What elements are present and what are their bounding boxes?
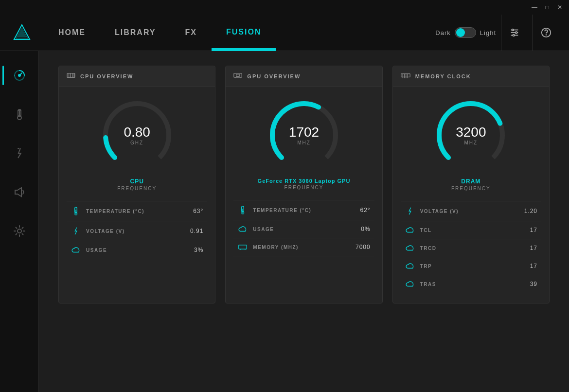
gpu-usage-row: USAGE 0% bbox=[233, 220, 374, 238]
nav-right: Dark Light bbox=[435, 15, 559, 51]
navbar: HOME LIBRARY FX FUSION Dark Light bbox=[0, 15, 569, 51]
toggle-track[interactable] bbox=[455, 27, 476, 38]
light-label: Light bbox=[480, 29, 496, 36]
memory-tras-row: tRAS 39 bbox=[401, 275, 541, 293]
memory-tcl-icon bbox=[405, 227, 415, 233]
gpu-thermometer-icon bbox=[237, 206, 248, 214]
bolt-icon bbox=[71, 227, 81, 235]
cpu-stats: TEMPERATURE (°C) 63° VOLTAGE (V) 0.91 bbox=[67, 201, 207, 259]
cpu-card-body: 0.80 GHZ CPU FREQUENCY bbox=[59, 87, 215, 269]
memory-trcd-label: tRCD bbox=[420, 246, 530, 251]
memory-gauge: 3200 MHZ bbox=[432, 96, 510, 174]
cpu-usage-label: USAGE bbox=[86, 248, 194, 253]
gpu-stats: TEMPERATURE (°C) 62° USAGE 0% bbox=[233, 200, 374, 256]
nav-home[interactable]: HOME bbox=[44, 15, 100, 51]
gpu-memory-value: 7000 bbox=[356, 244, 371, 250]
sidebar bbox=[0, 51, 39, 392]
memory-gauge-center: 3200 MHZ bbox=[456, 125, 486, 145]
cpu-gauge: 0.80 GHZ bbox=[98, 96, 176, 174]
cpu-temp-row: TEMPERATURE (°C) 63° bbox=[67, 201, 207, 221]
sidebar-item-lighting[interactable] bbox=[5, 216, 34, 246]
gpu-memory-icon bbox=[237, 244, 248, 250]
sidebar-item-performance[interactable] bbox=[5, 61, 34, 90]
toggle-knob bbox=[456, 28, 465, 37]
memory-trcd-row: tRCD 17 bbox=[401, 239, 541, 257]
cloud-icon bbox=[71, 247, 81, 253]
cpu-voltage-label: VOLTAGE (V) bbox=[86, 229, 190, 234]
settings-button[interactable] bbox=[501, 15, 528, 51]
memory-gauge-unit: MHZ bbox=[456, 140, 486, 145]
maximize-button[interactable]: □ bbox=[543, 3, 551, 12]
nav-links: HOME LIBRARY FX FUSION bbox=[44, 15, 435, 51]
svg-rect-38 bbox=[236, 74, 240, 77]
help-button[interactable] bbox=[533, 15, 559, 51]
app-logo bbox=[10, 20, 34, 45]
titlebar: — □ ✕ bbox=[0, 0, 569, 15]
thermometer-icon bbox=[71, 207, 81, 215]
svg-line-22 bbox=[22, 234, 23, 235]
memory-trp-row: tRP 17 bbox=[401, 257, 541, 275]
gpu-memory-label: MEMORY (MHz) bbox=[253, 245, 356, 250]
gpu-usage-value: 0% bbox=[361, 226, 370, 232]
gpu-header-icon bbox=[233, 72, 242, 80]
cpu-gauge-unit: GHZ bbox=[124, 140, 150, 145]
gpu-gauge-value: 1702 bbox=[289, 125, 319, 139]
theme-toggle[interactable]: Dark Light bbox=[435, 27, 496, 38]
gpu-memory-row: MEMORY (MHz) 7000 bbox=[233, 238, 374, 256]
svg-line-24 bbox=[16, 234, 17, 235]
cpu-voltage-value: 0.91 bbox=[190, 228, 203, 234]
svg-point-12 bbox=[18, 74, 20, 76]
memory-trp-label: tRP bbox=[420, 264, 530, 269]
memory-card: MEMORY CLOCK 3200 MHZ bbox=[392, 66, 550, 303]
sidebar-item-thermal[interactable] bbox=[5, 100, 34, 129]
nav-library[interactable]: LIBRARY bbox=[100, 15, 171, 51]
svg-point-6 bbox=[512, 29, 514, 31]
close-button[interactable]: ✕ bbox=[555, 3, 564, 12]
nav-fusion[interactable]: FUSION bbox=[212, 15, 276, 51]
memory-header-icon bbox=[401, 72, 410, 80]
cpu-gauge-container: 0.80 GHZ CPU FREQUENCY bbox=[67, 96, 207, 191]
memory-stats: VOLTAGE (V) 1.20 tCL 17 bbox=[401, 201, 541, 293]
gpu-cloud-icon bbox=[237, 226, 248, 232]
memory-voltage-value: 1.20 bbox=[524, 208, 537, 214]
gpu-card-body: 1702 MHZ GeForce RTX 3060 Laptop GPU FRE… bbox=[226, 87, 382, 266]
sidebar-item-audio[interactable] bbox=[5, 178, 34, 207]
gpu-gauge-container: 1702 MHZ GeForce RTX 3060 Laptop GPU FRE… bbox=[233, 96, 374, 190]
gpu-gauge-unit: MHZ bbox=[289, 140, 319, 145]
memory-voltage-row: VOLTAGE (V) 1.20 bbox=[401, 201, 541, 221]
memory-tcl-label: tCL bbox=[420, 228, 530, 233]
memory-trcd-value: 17 bbox=[530, 245, 537, 251]
svg-point-8 bbox=[513, 35, 515, 36]
gpu-usage-label: USAGE bbox=[253, 227, 361, 232]
cpu-temp-label: TEMPERATURE (°C) bbox=[86, 209, 193, 214]
memory-card-body: 3200 MHZ DRAM FREQUENCY bbox=[393, 87, 549, 303]
gpu-gauge-center: 1702 MHZ bbox=[289, 125, 319, 145]
cpu-header-icon bbox=[67, 72, 75, 80]
memory-trcd-icon bbox=[405, 245, 415, 251]
sidebar-item-power[interactable] bbox=[5, 139, 34, 168]
memory-voltage-label: VOLTAGE (V) bbox=[420, 209, 524, 214]
svg-point-16 bbox=[18, 229, 21, 233]
content-area: CPU OVERVIEW 0.80 GHZ bbox=[39, 51, 569, 392]
memory-tcl-value: 17 bbox=[530, 227, 537, 233]
nav-fx[interactable]: FX bbox=[171, 15, 212, 51]
cards-grid: CPU OVERVIEW 0.80 GHZ bbox=[58, 66, 550, 303]
svg-rect-44 bbox=[239, 245, 247, 249]
cpu-usage-row: USAGE 3% bbox=[67, 241, 207, 259]
minimize-button[interactable]: — bbox=[530, 3, 539, 12]
cpu-card: CPU OVERVIEW 0.80 GHZ bbox=[58, 66, 215, 303]
svg-marker-1 bbox=[17, 29, 27, 37]
memory-gauge-container: 3200 MHZ DRAM FREQUENCY bbox=[401, 96, 541, 191]
dark-label: Dark bbox=[435, 29, 450, 36]
cpu-voltage-row: VOLTAGE (V) 0.91 bbox=[67, 221, 207, 241]
memory-tras-value: 39 bbox=[530, 281, 537, 287]
memory-bolt-icon bbox=[405, 207, 415, 215]
memory-trp-icon bbox=[405, 263, 415, 269]
memory-card-title: MEMORY CLOCK bbox=[415, 73, 471, 79]
svg-marker-15 bbox=[15, 188, 21, 196]
cpu-temp-value: 63° bbox=[193, 208, 203, 214]
gpu-card: GPU OVERVIEW 1702 MHZ bbox=[225, 66, 382, 303]
cpu-gauge-value: 0.80 bbox=[124, 125, 150, 139]
cpu-usage-value: 3% bbox=[194, 247, 203, 253]
memory-gauge-value: 3200 bbox=[456, 125, 486, 139]
